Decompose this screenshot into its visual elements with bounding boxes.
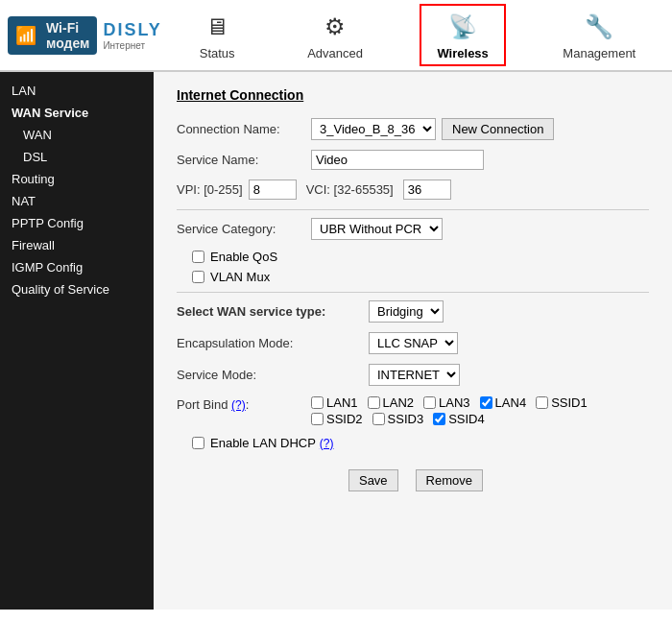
nav-management-label: Management: [563, 46, 636, 60]
enable-qos-checkbox[interactable]: [192, 251, 204, 263]
enable-qos-row: Enable QoS: [192, 250, 649, 264]
port-ssid1: SSID1: [536, 395, 588, 410]
vlan-mux-checkbox[interactable]: [192, 271, 204, 283]
sidebar-item-routing[interactable]: Routing: [0, 168, 154, 190]
wan-service-type-label: Select WAN service type:: [177, 304, 369, 319]
connection-name-select[interactable]: 3_Video_B_8_36: [311, 118, 436, 140]
lan3-checkbox[interactable]: [423, 396, 436, 409]
sidebar-item-wan-service[interactable]: WAN Service: [0, 102, 154, 124]
ssid2-checkbox[interactable]: [311, 413, 324, 425]
nav-advanced-label: Advanced: [307, 46, 363, 60]
vci-input[interactable]: [403, 179, 451, 200]
nav-bar: 🖥 Status ⚙ Advanced 📡 Wireless 🔧 Managem…: [163, 4, 672, 66]
connection-name-row: Connection Name: 3_Video_B_8_36 New Conn…: [177, 118, 649, 140]
port-lan1: LAN1: [311, 395, 358, 410]
sidebar-item-firewall[interactable]: Firewall: [0, 234, 154, 256]
enable-lan-dhcp-checkbox[interactable]: [192, 437, 204, 449]
nav-wireless-label: Wireless: [437, 46, 488, 60]
logo-brand: Wi-Fi модем: [46, 20, 89, 51]
port-lan4: LAN4: [480, 395, 527, 410]
port-ssid3: SSID3: [372, 412, 424, 426]
encapsulation-select[interactable]: LLC SNAP: [369, 332, 458, 354]
sidebar-item-lan[interactable]: LAN: [0, 80, 154, 102]
encapsulation-label: Encapsulation Mode:: [177, 336, 369, 350]
sidebar-item-pptp[interactable]: PPTP Config: [0, 212, 154, 234]
enable-lan-dhcp-row: Enable LAN DHCP (?): [192, 436, 649, 450]
lan1-checkbox[interactable]: [311, 396, 324, 409]
vlan-mux-label: VLAN Mux: [210, 270, 270, 284]
logo-box: 📶 Wi-Fi модем: [8, 16, 97, 55]
vci-label: VCI: [32-65535]: [306, 182, 394, 197]
port-bind-row: Port Bind (?): LAN1 LAN2 LAN3: [177, 395, 649, 426]
port-grid: LAN1 LAN2 LAN3 LAN4: [311, 395, 599, 426]
sidebar-item-wan[interactable]: WAN: [0, 124, 154, 146]
save-remove-row: Save Remove: [177, 469, 649, 491]
save-button[interactable]: Save: [348, 469, 398, 491]
main-layout: LAN WAN Service WAN DSL Routing NAT PPTP…: [0, 72, 672, 610]
enable-lan-dhcp-label: Enable LAN DHCP: [210, 436, 316, 450]
lan2-checkbox[interactable]: [368, 396, 380, 409]
nav-management[interactable]: 🔧 Management: [547, 6, 651, 64]
wan-service-type-select[interactable]: Bridging: [369, 300, 444, 323]
sidebar-item-dsl[interactable]: DSL: [0, 146, 154, 168]
nav-status[interactable]: 🖥 Status: [184, 6, 251, 64]
management-icon: 🔧: [582, 10, 616, 44]
sidebar-item-nat[interactable]: NAT: [0, 190, 154, 212]
service-name-label: Service Name:: [177, 153, 311, 167]
service-name-row: Service Name:: [177, 150, 649, 170]
ssid4-checkbox[interactable]: [433, 413, 445, 425]
vpi-vci-row: VPI: [0-255] VCI: [32-65535]: [177, 179, 649, 200]
content-area: Internet Connection Connection Name: 3_V…: [154, 72, 672, 610]
vpi-label: VPI: [0-255]: [177, 182, 243, 197]
port-ssid4: SSID4: [433, 412, 485, 426]
brand-block: DISLY Интернет: [103, 20, 161, 51]
sidebar-item-qos[interactable]: Quality of Service: [0, 278, 154, 300]
service-category-select[interactable]: UBR Without PCR: [311, 218, 443, 240]
logo-area: 📶 Wi-Fi модем DISLY Интернет: [0, 12, 163, 59]
service-name-input[interactable]: [311, 150, 484, 170]
remove-button[interactable]: Remove: [416, 469, 483, 491]
port-bind-label: Port Bind (?):: [177, 395, 311, 412]
vpi-input[interactable]: [249, 179, 297, 200]
connection-name-label: Connection Name:: [177, 122, 311, 136]
port-lan2: LAN2: [368, 395, 415, 410]
brand-sub: Интернет: [103, 40, 161, 51]
wan-service-type-row: Select WAN service type: Bridging: [177, 300, 649, 323]
sidebar: LAN WAN Service WAN DSL Routing NAT PPTP…: [0, 72, 154, 610]
section-title: Internet Connection: [177, 87, 649, 103]
port-bind-help[interactable]: (?): [231, 398, 246, 412]
lan-dhcp-help[interactable]: (?): [320, 437, 334, 450]
ssid3-checkbox[interactable]: [372, 413, 385, 425]
wireless-icon: 📡: [445, 10, 480, 44]
nav-status-label: Status: [200, 46, 235, 60]
service-mode-row: Service Mode: INTERNET: [177, 364, 649, 386]
service-mode-label: Service Mode:: [177, 368, 369, 382]
nav-advanced[interactable]: ⚙ Advanced: [292, 6, 378, 64]
wifi-icon: 📶: [15, 25, 36, 46]
port-lan3: LAN3: [423, 395, 470, 410]
lan4-checkbox[interactable]: [480, 396, 492, 409]
enable-qos-label: Enable QoS: [210, 250, 277, 264]
service-mode-select[interactable]: INTERNET: [369, 364, 460, 386]
advanced-icon: ⚙: [318, 10, 352, 44]
service-category-label: Service Category:: [177, 222, 311, 236]
status-icon: 🖥: [200, 10, 234, 44]
brand-name: DISLY: [103, 20, 161, 40]
service-category-row: Service Category: UBR Without PCR: [177, 218, 649, 240]
port-ssid2: SSID2: [311, 412, 363, 426]
logo-text: Wi-Fi модем: [46, 20, 89, 51]
ssid1-checkbox[interactable]: [536, 396, 548, 409]
sidebar-item-igmp[interactable]: IGMP Config: [0, 256, 154, 278]
new-connection-button[interactable]: New Connection: [442, 118, 554, 140]
vlan-mux-row: VLAN Mux: [192, 270, 649, 284]
encapsulation-row: Encapsulation Mode: LLC SNAP: [177, 332, 649, 354]
nav-wireless[interactable]: 📡 Wireless: [420, 4, 505, 66]
header: 📶 Wi-Fi модем DISLY Интернет 🖥 Status ⚙ …: [0, 0, 672, 72]
